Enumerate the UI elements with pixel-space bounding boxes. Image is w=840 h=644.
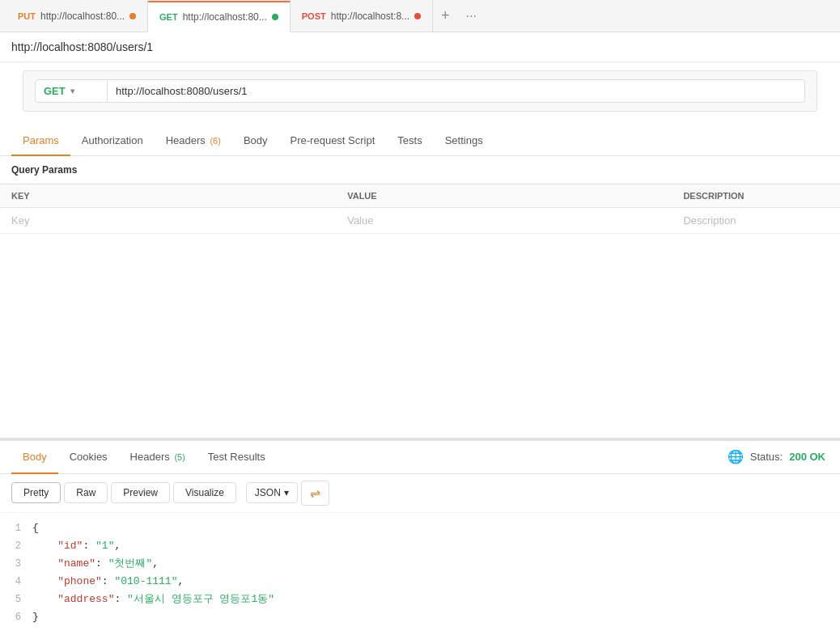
tab-headers-label: Headers [166,134,206,146]
line-num-3: 3 [6,556,32,572]
globe-icon: 🌐 [728,449,744,464]
format-type-label: JSON [255,487,281,498]
request-line: GET ▾ [23,70,817,112]
col-value-header: VALUE [336,184,672,208]
tab-put[interactable]: PUT http://localhost:80... [6,0,148,32]
response-tab-cookies[interactable]: Cookies [58,441,119,474]
json-line-3: 3 "name": "첫번째", [0,555,840,573]
line-num-2: 2 [6,538,32,554]
tab-params-label: Params [23,134,59,146]
status-label: Status: [750,451,783,463]
col-key-header: KEY [0,184,336,208]
status-area: 🌐 Status: 200 OK [728,449,829,464]
format-visualize-button[interactable]: Visualize [173,482,236,503]
tab-put-dot [129,13,136,19]
response-tab-body[interactable]: Body [11,441,58,474]
tab-body[interactable]: Body [232,126,279,156]
method-select[interactable]: GET ▾ [35,79,108,103]
tab-tests-label: Tests [397,134,422,146]
col-desc-header: DESCRIPTION [672,184,840,208]
json-content-6: } [32,608,39,626]
response-section: Body Cookies Headers (5) Test Results 🌐 … [0,438,840,645]
filter-button[interactable]: ⇌ [301,481,329,506]
json-content-2: "id": "1", [32,537,121,555]
tab-get[interactable]: GET http://localhost:80... [148,1,291,32]
json-line-4: 4 "phone": "010-1111", [0,573,840,591]
response-tabs: Body Cookies Headers (5) Test Results 🌐 … [0,441,840,474]
tab-settings-label: Settings [445,134,483,146]
tab-post[interactable]: POST http://localhost:8... [291,0,433,32]
tab-get-method: GET [159,12,178,22]
tab-post-url: http://localhost:8... [331,11,409,22]
tab-params[interactable]: Params [11,126,70,156]
request-sub-tabs: Params Authorization Headers (6) Body Pr… [0,126,840,156]
json-line-6: 6 } [0,608,840,626]
tab-put-url: http://localhost:80... [40,11,125,22]
url-input[interactable] [108,79,805,103]
json-line-2: 2 "id": "1", [0,537,840,555]
json-content-5: "address": "서울시 영등포구 영등포1동" [32,591,274,608]
request-line-wrapper: GET ▾ [0,62,840,120]
line-num-5: 5 [6,591,32,608]
response-tab-headers-badge: (5) [174,452,185,462]
address-bar-container: http://localhost:8080/users/1 [0,32,840,62]
line-num-6: 6 [6,609,32,625]
json-line-5: 5 "address": "서울시 영등포구 영등포1동" [0,591,840,608]
tab-tests[interactable]: Tests [386,126,433,156]
request-empty-area [0,234,840,438]
query-params-label: Query Params [11,164,77,176]
value-cell[interactable]: Value [336,208,672,234]
table-row: Key Value Description [0,208,840,234]
tab-post-method: POST [302,11,326,21]
method-value: GET [44,85,66,97]
format-preview-button[interactable]: Preview [111,482,170,503]
tab-get-url: http://localhost:80... [183,11,267,23]
tab-get-dot [272,14,278,20]
query-params-header: Query Params [0,156,840,184]
format-raw-button[interactable]: Raw [64,482,108,503]
desc-cell[interactable]: Description [672,208,840,234]
line-num-4: 4 [6,574,32,590]
json-body: 1 { 2 "id": "1", 3 "name": "첫번째", 4 "ph [0,513,840,633]
json-content-3: "name": "첫번째", [32,555,159,573]
filter-icon: ⇌ [310,485,320,501]
params-table: KEY VALUE DESCRIPTION Key Value Descript… [0,184,840,234]
tab-authorization[interactable]: Authorization [70,126,155,156]
tab-pre-request-label: Pre-request Script [291,134,375,146]
response-tab-headers[interactable]: Headers (5) [119,441,197,474]
response-tab-headers-label: Headers [130,451,170,463]
tab-put-method: PUT [18,11,36,21]
format-type-select[interactable]: JSON ▾ [246,482,298,503]
request-section: http://localhost:8080/users/1 GET ▾ Para… [0,32,840,234]
add-tab-button[interactable]: + [433,0,458,32]
chevron-down-icon: ▾ [70,87,74,95]
response-tab-test-results[interactable]: Test Results [197,441,277,474]
more-tabs-button[interactable]: ··· [458,0,485,32]
address-bar-url: http://localhost:8080/users/1 [11,40,829,53]
tab-headers[interactable]: Headers (6) [155,126,232,156]
tab-body-label: Body [244,134,268,146]
key-cell[interactable]: Key [0,208,336,234]
main-content: http://localhost:8080/users/1 GET ▾ Para… [0,32,840,644]
tab-post-dot [414,13,421,19]
status-value: 200 OK [789,451,825,463]
tab-bar: PUT http://localhost:80... GET http://lo… [0,0,840,32]
json-content-1: { [32,519,39,537]
response-tab-body-label: Body [23,451,47,463]
line-num-1: 1 [6,520,32,536]
tab-pre-request[interactable]: Pre-request Script [279,126,387,156]
response-tab-cookies-label: Cookies [70,451,108,463]
tab-authorization-label: Authorization [82,134,143,146]
response-tab-test-results-label: Test Results [208,451,265,463]
format-pretty-button[interactable]: Pretty [11,482,61,503]
format-toolbar: Pretty Raw Preview Visualize JSON ▾ ⇌ [0,474,840,513]
tab-settings[interactable]: Settings [434,126,494,156]
json-line-1: 1 { [0,519,840,537]
chevron-down-icon: ▾ [284,487,289,498]
tab-headers-badge: (6) [210,136,220,146]
json-content-4: "phone": "010-1111", [32,573,184,591]
